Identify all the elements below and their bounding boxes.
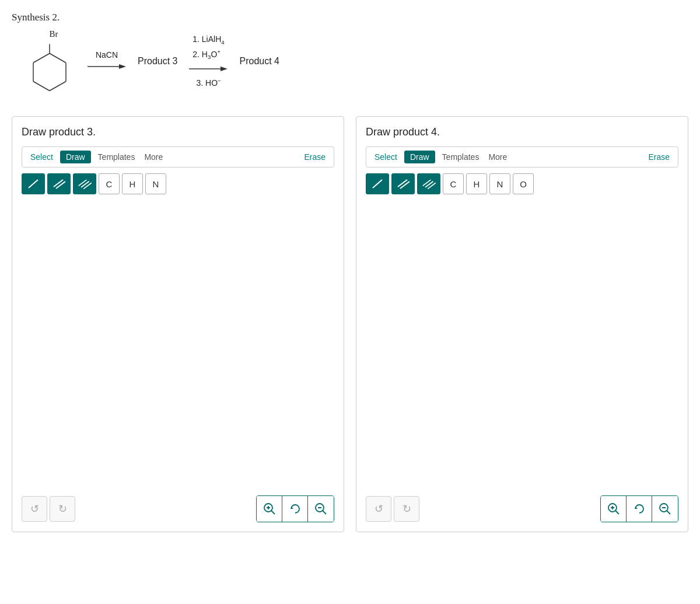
- panel4-canvas[interactable]: [366, 198, 678, 490]
- panel4-title: Draw product 4.: [366, 126, 678, 138]
- zoom-out-icon-p4: [659, 502, 671, 515]
- svg-line-25: [373, 180, 382, 188]
- panel3-redo-button[interactable]: ↻: [50, 496, 75, 522]
- panel3-select-button[interactable]: Select: [28, 151, 55, 163]
- panel3-title: Draw product 3.: [22, 126, 334, 138]
- panel3-canvas[interactable]: [22, 198, 334, 490]
- panel3-templates-button[interactable]: Templates: [96, 151, 138, 163]
- product4-label: Product 4: [239, 56, 279, 67]
- panels-container: Draw product 3. Select Draw Templates Mo…: [12, 116, 688, 532]
- panel3-atom-N[interactable]: N: [145, 173, 166, 194]
- zoom-reset-icon-p4: [633, 502, 646, 515]
- conditions-block-below: 3. HO–: [196, 76, 220, 89]
- synthesis-title: Synthesis 2.: [12, 12, 688, 23]
- panel4-single-bond-button[interactable]: [366, 173, 389, 194]
- panel4-undo-button[interactable]: ↺: [366, 496, 391, 522]
- panel3-zoom-out-button[interactable]: [308, 496, 334, 522]
- arrow2-svg: [188, 63, 229, 75]
- arrow1-container: NaCN: [86, 50, 127, 72]
- panel4-zoom-in-button[interactable]: [601, 496, 626, 522]
- svg-line-34: [615, 511, 619, 514]
- svg-line-5: [33, 54, 50, 63]
- svg-line-13: [56, 181, 65, 188]
- panel4-more-button[interactable]: More: [486, 151, 509, 163]
- panel4-templates-button[interactable]: Templates: [440, 151, 482, 163]
- svg-line-15: [81, 181, 89, 187]
- br-label: Br: [50, 29, 58, 39]
- panel4-atom-C[interactable]: C: [443, 173, 464, 194]
- arrow2-container: 1. LiAlH4 2. H3O+ 3. HO–: [188, 33, 229, 89]
- panel3-single-bond-button[interactable]: [22, 173, 45, 194]
- svg-line-38: [667, 511, 670, 514]
- zoom-in-icon-p4: [607, 502, 620, 515]
- product3-label: Product 3: [138, 56, 177, 67]
- panel4-toolbar: Select Draw Templates More Erase: [366, 146, 678, 167]
- svg-line-24: [323, 511, 326, 514]
- panel4-undo-redo: ↺ ↻: [366, 496, 419, 522]
- panel4-triple-bond-button[interactable]: [417, 173, 440, 194]
- svg-line-3: [33, 82, 50, 91]
- svg-marker-10: [220, 67, 228, 71]
- triple-bond-icon: [78, 177, 92, 190]
- panel4-zoom-out-button[interactable]: [652, 496, 678, 522]
- condition-3: 3. HO–: [196, 76, 220, 89]
- panel3-erase-button[interactable]: Erase: [302, 151, 328, 163]
- panel3-toolbar-left: Select Draw Templates More: [28, 151, 296, 163]
- arrow1-svg: [86, 61, 127, 72]
- svg-line-16: [83, 183, 92, 188]
- panel3-draw-button[interactable]: Draw: [60, 151, 91, 163]
- panel4-double-bond-button[interactable]: [391, 173, 415, 194]
- panel3-undo-redo: ↺ ↻: [22, 496, 75, 522]
- svg-marker-35: [635, 507, 638, 509]
- svg-line-28: [423, 180, 431, 186]
- svg-line-27: [400, 181, 410, 188]
- draw-panel-4: Draw product 4. Select Draw Templates Mo…: [356, 116, 688, 532]
- panel3-bond-tools: C H N: [22, 173, 334, 194]
- single-bond-icon: [26, 177, 40, 190]
- svg-line-14: [79, 180, 87, 186]
- draw-panel-3: Draw product 3. Select Draw Templates Mo…: [12, 116, 344, 532]
- triple-bond-icon-p4: [422, 177, 436, 190]
- panel3-zoom-reset-button[interactable]: [282, 496, 308, 522]
- svg-line-2: [50, 82, 66, 91]
- panel3-zoom-in-button[interactable]: [257, 496, 282, 522]
- panel4-select-button[interactable]: Select: [372, 151, 400, 163]
- nacn-label: NaCN: [96, 50, 118, 60]
- svg-line-26: [398, 180, 407, 187]
- panel3-atom-C[interactable]: C: [99, 173, 120, 194]
- panel4-zoom-group: [600, 495, 678, 522]
- reaction-area: Br NaCN Product 3 1. LiAlH4 2. H3O+: [12, 29, 688, 93]
- svg-line-29: [425, 181, 433, 187]
- panel3-zoom-group: [256, 495, 334, 522]
- zoom-out-icon: [314, 502, 327, 515]
- svg-line-30: [428, 183, 436, 188]
- panel4-toolbar-left: Select Draw Templates More: [372, 151, 640, 163]
- panel3-triple-bond-button[interactable]: [73, 173, 96, 194]
- panel3-double-bond-button[interactable]: [47, 173, 71, 194]
- zoom-in-icon: [263, 502, 276, 515]
- panel3-atom-H[interactable]: H: [122, 173, 143, 194]
- panel4-draw-button[interactable]: Draw: [404, 151, 435, 163]
- condition-2: 2. H3O+: [192, 47, 224, 62]
- svg-line-12: [54, 180, 63, 187]
- svg-line-0: [50, 54, 66, 63]
- panel3-toolbar: Select Draw Templates More Erase: [22, 146, 334, 167]
- panel4-atom-O[interactable]: O: [513, 173, 534, 194]
- cyclohexane-svg: [23, 40, 76, 93]
- panel4-redo-button[interactable]: ↻: [394, 496, 419, 522]
- panel3-more-button[interactable]: More: [142, 151, 165, 163]
- panel4-zoom-reset-button[interactable]: [626, 496, 652, 522]
- condition-1: 1. LiAlH4: [192, 33, 224, 47]
- single-bond-icon-p4: [370, 177, 384, 190]
- double-bond-icon: [52, 177, 66, 190]
- molecule-cyclohexyl-bromide: Br: [23, 29, 76, 93]
- double-bond-icon-p4: [396, 177, 410, 190]
- panel4-erase-button[interactable]: Erase: [646, 151, 672, 163]
- panel4-atom-H[interactable]: H: [466, 173, 487, 194]
- panel3-undo-button[interactable]: ↺: [22, 496, 47, 522]
- svg-line-11: [29, 180, 38, 188]
- panel4-atom-N[interactable]: N: [489, 173, 510, 194]
- svg-line-20: [271, 511, 275, 514]
- conditions-block: 1. LiAlH4 2. H3O+: [192, 33, 224, 62]
- panel4-footer: ↺ ↻: [366, 490, 678, 522]
